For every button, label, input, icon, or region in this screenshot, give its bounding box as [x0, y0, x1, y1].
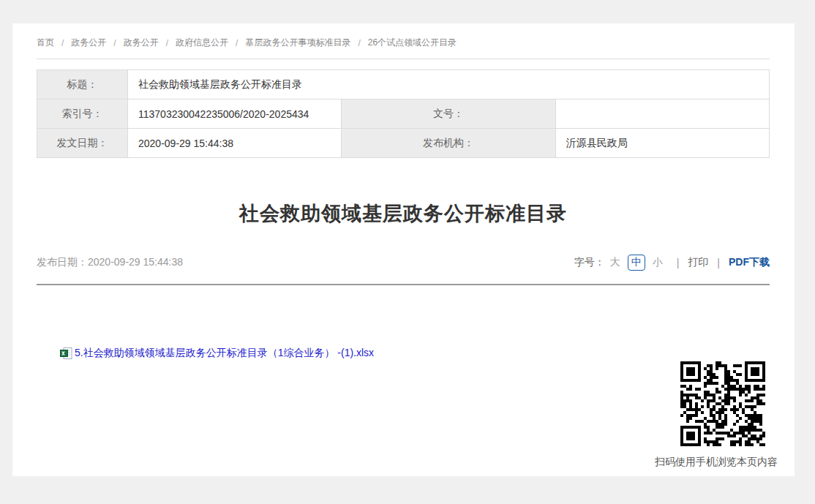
breadcrumb-item-home[interactable]: 首页 [37, 37, 54, 49]
qr-caption: 扫码使用手机浏览本页内容 [655, 456, 778, 469]
article-controls: 字号： 大 中 小 | 打印 | PDF下载 [574, 255, 770, 271]
meta-label-date: 发文日期： [37, 129, 128, 158]
font-size-label: 字号： [574, 256, 605, 269]
page: 首页 / 政务公开 / 政务公开 / 政府信息公开 / 基层政务公开事项标准目录… [0, 0, 815, 504]
meta-label-title: 标题： [37, 70, 128, 99]
page-title: 社会救助领域基层政务公开标准目录 [37, 199, 770, 228]
meta-value-agency: 沂源县民政局 [555, 129, 769, 158]
breadcrumb-separator: / [61, 38, 64, 48]
breadcrumb-separator: / [166, 38, 168, 48]
article-meta-line: 发布日期：2020-09-29 15:44:38 字号： 大 中 小 | 打印 … [37, 255, 770, 271]
separator-pipe: | [717, 257, 720, 268]
meta-value-index: 113703230042235006/2020-2025434 [128, 99, 342, 129]
breadcrumb-item-standard-catalog[interactable]: 基层政务公开事项标准目录 [245, 37, 350, 49]
attachment-row: 5.社会救助领域领域基层政务公开标准目录（1综合业务） -(1).xlsx [60, 347, 770, 360]
publish-date-value: 2020-09-29 15:44:38 [88, 256, 183, 268]
breadcrumb-item-zhengwu-1[interactable]: 政务公开 [71, 37, 106, 49]
breadcrumb-item-pilot-catalog[interactable]: 26个试点领域公开目录 [368, 37, 457, 49]
print-button[interactable]: 打印 [688, 256, 708, 269]
meta-value-title: 社会救助领域基层政务公开标准目录 [128, 70, 770, 99]
table-row: 标题： 社会救助领域基层政务公开标准目录 [37, 70, 770, 99]
font-size-small-button[interactable]: 小 [650, 255, 666, 270]
content-card: 首页 / 政务公开 / 政务公开 / 政府信息公开 / 基层政务公开事项标准目录… [12, 23, 795, 476]
meta-label-index: 索引号： [37, 99, 128, 129]
table-row: 发文日期： 2020-09-29 15:44:38 发布机构： 沂源县民政局 [37, 129, 770, 158]
breadcrumb-separator: / [113, 38, 116, 48]
breadcrumb-divider [37, 59, 770, 59]
separator-pipe: | [677, 257, 680, 268]
publish-date: 发布日期：2020-09-29 15:44:38 [37, 256, 183, 269]
qr-block: 扫码使用手机浏览本页内容 [655, 360, 778, 469]
qr-code [679, 360, 767, 448]
publish-date-label: 发布日期： [37, 256, 88, 268]
meta-value-docnum [555, 99, 769, 129]
font-size-large-button[interactable]: 大 [607, 255, 623, 270]
breadcrumb-separator: / [358, 38, 360, 48]
pdf-download-button[interactable]: PDF下载 [729, 256, 770, 269]
breadcrumb-separator: / [236, 38, 238, 48]
breadcrumb: 首页 / 政务公开 / 政务公开 / 政府信息公开 / 基层政务公开事项标准目录… [37, 37, 770, 49]
breadcrumb-item-zhengwu-2[interactable]: 政务公开 [124, 37, 159, 49]
meta-value-date: 2020-09-29 15:44:38 [128, 129, 342, 158]
font-size-medium-button[interactable]: 中 [628, 255, 645, 271]
excel-file-icon [60, 347, 72, 359]
attachment-link[interactable]: 5.社会救助领域领域基层政务公开标准目录（1综合业务） -(1).xlsx [75, 347, 374, 360]
document-meta-table: 标题： 社会救助领域基层政务公开标准目录 索引号： 11370323004223… [37, 69, 770, 158]
breadcrumb-item-gov-info[interactable]: 政府信息公开 [176, 37, 228, 49]
content-divider [37, 284, 770, 285]
meta-label-agency: 发布机构： [342, 129, 555, 158]
meta-label-docnum: 文号： [342, 99, 555, 129]
table-row: 索引号： 113703230042235006/2020-2025434 文号： [37, 99, 770, 129]
